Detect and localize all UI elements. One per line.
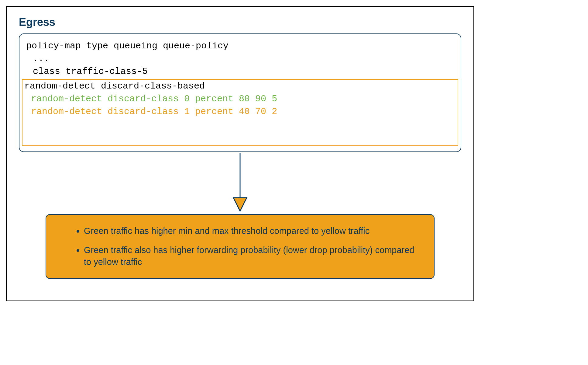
code-line-class: class traffic-class-5 xyxy=(26,65,454,78)
highlight-box: random-detect discard-class-based random… xyxy=(22,79,458,146)
code-line-discard-class-0: random-detect discard-class 0 percent 80… xyxy=(24,92,456,105)
down-arrow-icon xyxy=(231,153,249,214)
section-title: Egress xyxy=(19,16,461,29)
code-block: policy-map type queueing queue-policy ..… xyxy=(19,33,461,152)
diagram-frame: Egress policy-map type queueing queue-po… xyxy=(6,6,474,301)
info-box: Green traffic has higher min and max thr… xyxy=(46,214,435,279)
arrow-container xyxy=(19,153,461,214)
svg-marker-1 xyxy=(233,198,247,211)
code-line-ellipsis: ... xyxy=(26,52,454,65)
code-line-policy-map: policy-map type queueing queue-policy xyxy=(26,40,454,52)
code-line-discard-class-1: random-detect discard-class 1 percent 40… xyxy=(24,105,456,118)
info-list: Green traffic has higher min and max thr… xyxy=(77,225,419,268)
code-line-random-detect-based: random-detect discard-class-based xyxy=(24,80,456,92)
info-bullet-2: Green traffic also has higher forwarding… xyxy=(84,244,419,268)
info-bullet-1: Green traffic has higher min and max thr… xyxy=(84,225,419,237)
